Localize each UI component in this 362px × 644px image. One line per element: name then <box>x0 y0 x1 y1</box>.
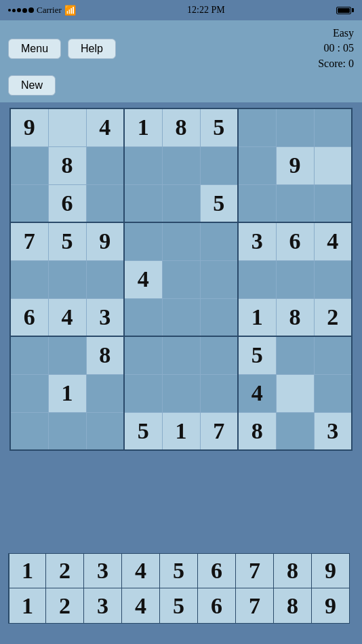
cell-6-4[interactable] <box>162 336 200 374</box>
cell-7-0[interactable] <box>10 374 48 412</box>
cell-0-6[interactable] <box>238 108 276 146</box>
cell-5-3[interactable] <box>124 298 162 336</box>
new-button[interactable]: New <box>8 75 56 96</box>
cell-2-4[interactable] <box>162 184 200 222</box>
cell-8-8[interactable]: 3 <box>314 412 352 450</box>
cell-8-2[interactable] <box>86 412 124 450</box>
cell-0-0[interactable]: 9 <box>10 108 48 146</box>
cell-1-6[interactable] <box>238 146 276 184</box>
cell-3-7[interactable]: 6 <box>276 222 314 260</box>
cell-2-1[interactable]: 6 <box>48 184 86 222</box>
cell-8-4[interactable]: 1 <box>162 412 200 450</box>
cell-2-8[interactable] <box>314 184 352 222</box>
cell-8-0[interactable] <box>10 412 48 450</box>
cell-0-8[interactable] <box>314 108 352 146</box>
cell-2-0[interactable] <box>10 184 48 222</box>
cell-8-5[interactable]: 7 <box>200 412 238 450</box>
cell-1-5[interactable] <box>200 146 238 184</box>
cell-5-5[interactable] <box>200 298 238 336</box>
cell-4-8[interactable] <box>314 260 352 298</box>
cell-7-4[interactable] <box>162 374 200 412</box>
cell-2-6[interactable] <box>238 184 276 222</box>
cell-5-8[interactable]: 2 <box>314 298 352 336</box>
numpad-row2-5[interactable]: 5 <box>160 588 198 624</box>
cell-5-2[interactable]: 3 <box>86 298 124 336</box>
cell-0-1[interactable] <box>48 108 86 146</box>
menu-button[interactable]: Menu <box>8 39 61 59</box>
cell-1-8[interactable] <box>314 146 352 184</box>
cell-3-2[interactable]: 9 <box>86 222 124 260</box>
numpad-row2-3[interactable]: 3 <box>84 588 122 624</box>
cell-3-4[interactable] <box>162 222 200 260</box>
numpad-row1-1[interactable]: 1 <box>8 553 46 588</box>
numpad-row1-2[interactable]: 2 <box>46 553 84 588</box>
cell-4-7[interactable] <box>276 260 314 298</box>
numpad-row1-8[interactable]: 8 <box>274 553 312 588</box>
cell-4-3[interactable]: 4 <box>124 260 162 298</box>
numpad-row2-6[interactable]: 6 <box>198 588 236 624</box>
cell-8-7[interactable] <box>276 412 314 450</box>
numpad-row2-7[interactable]: 7 <box>236 588 274 624</box>
cell-6-8[interactable] <box>314 336 352 374</box>
cell-3-6[interactable]: 3 <box>238 222 276 260</box>
help-button[interactable]: Help <box>68 39 116 59</box>
numpad-row2-9[interactable]: 9 <box>312 588 350 624</box>
cell-8-1[interactable] <box>48 412 86 450</box>
cell-6-5[interactable] <box>200 336 238 374</box>
cell-7-2[interactable] <box>86 374 124 412</box>
cell-6-6[interactable]: 5 <box>238 336 276 374</box>
cell-7-6[interactable]: 4 <box>238 374 276 412</box>
cell-8-6[interactable]: 8 <box>238 412 276 450</box>
cell-0-2[interactable]: 4 <box>86 108 124 146</box>
numpad-row1-3[interactable]: 3 <box>84 553 122 588</box>
cell-6-0[interactable] <box>10 336 48 374</box>
cell-6-7[interactable] <box>276 336 314 374</box>
cell-3-1[interactable]: 5 <box>48 222 86 260</box>
cell-7-7[interactable] <box>276 374 314 412</box>
cell-2-5[interactable]: 5 <box>200 184 238 222</box>
numpad-row2-1[interactable]: 1 <box>8 588 46 624</box>
cell-3-5[interactable] <box>200 222 238 260</box>
cell-1-0[interactable] <box>10 146 48 184</box>
cell-5-1[interactable]: 4 <box>48 298 86 336</box>
numpad-row1-6[interactable]: 6 <box>198 553 236 588</box>
cell-5-4[interactable] <box>162 298 200 336</box>
cell-1-7[interactable]: 9 <box>276 146 314 184</box>
cell-0-3[interactable]: 1 <box>124 108 162 146</box>
cell-2-7[interactable] <box>276 184 314 222</box>
numpad-row1-7[interactable]: 7 <box>236 553 274 588</box>
cell-1-4[interactable] <box>162 146 200 184</box>
numpad-row1-5[interactable]: 5 <box>160 553 198 588</box>
cell-7-1[interactable]: 1 <box>48 374 86 412</box>
cell-6-1[interactable] <box>48 336 86 374</box>
cell-1-1[interactable]: 8 <box>48 146 86 184</box>
numpad-row2-4[interactable]: 4 <box>122 588 160 624</box>
cell-4-4[interactable] <box>162 260 200 298</box>
cell-4-1[interactable] <box>48 260 86 298</box>
cell-5-0[interactable]: 6 <box>10 298 48 336</box>
cell-7-5[interactable] <box>200 374 238 412</box>
cell-0-7[interactable] <box>276 108 314 146</box>
cell-0-5[interactable]: 5 <box>200 108 238 146</box>
cell-6-2[interactable]: 8 <box>86 336 124 374</box>
cell-4-6[interactable] <box>238 260 276 298</box>
numpad-row1-9[interactable]: 9 <box>312 553 350 588</box>
cell-4-2[interactable] <box>86 260 124 298</box>
cell-3-8[interactable]: 4 <box>314 222 352 260</box>
cell-2-3[interactable] <box>124 184 162 222</box>
cell-7-3[interactable] <box>124 374 162 412</box>
cell-1-2[interactable] <box>86 146 124 184</box>
cell-7-8[interactable] <box>314 374 352 412</box>
cell-5-6[interactable]: 1 <box>238 298 276 336</box>
cell-4-5[interactable] <box>200 260 238 298</box>
numpad-row2-2[interactable]: 2 <box>46 588 84 624</box>
cell-8-3[interactable]: 5 <box>124 412 162 450</box>
cell-6-3[interactable] <box>124 336 162 374</box>
cell-3-3[interactable] <box>124 222 162 260</box>
numpad-row2-8[interactable]: 8 <box>274 588 312 624</box>
cell-5-7[interactable]: 8 <box>276 298 314 336</box>
cell-0-4[interactable]: 8 <box>162 108 200 146</box>
cell-1-3[interactable] <box>124 146 162 184</box>
cell-4-0[interactable] <box>10 260 48 298</box>
numpad-row1-4[interactable]: 4 <box>122 553 160 588</box>
